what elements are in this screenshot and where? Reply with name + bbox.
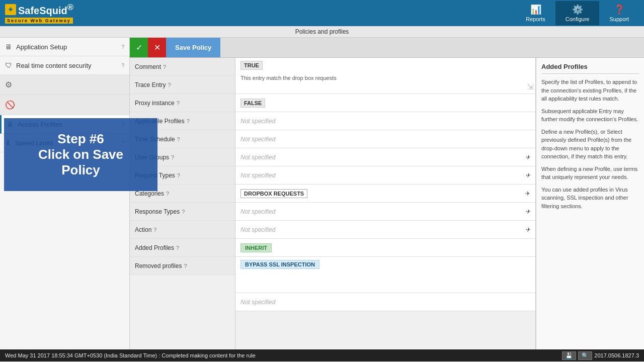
form-fields: Comment ? Trace Entry ? Proxy instance ?… bbox=[130, 58, 235, 349]
save-policy-button[interactable]: Save Policy bbox=[166, 38, 220, 57]
removed-profiles-help[interactable]: ? bbox=[184, 263, 187, 269]
logo-sup: ® bbox=[67, 3, 73, 12]
right-panel-p3: Define a new Profile(s), or Select previ… bbox=[541, 128, 639, 161]
comment-help[interactable]: ? bbox=[163, 64, 166, 70]
proxy-instance-text: Not specified bbox=[240, 118, 275, 125]
sidebar-item-real-time[interactable]: 🛡 Real time content security ? bbox=[0, 56, 129, 75]
comment-true-tag: TRUE bbox=[240, 61, 263, 70]
applicable-profiles-label: Applicable Profiles bbox=[135, 118, 185, 125]
application-setup-icon: 🖥 bbox=[5, 43, 12, 51]
nav-support-label: Support bbox=[609, 16, 629, 22]
removed-profiles-label: Removed profiles bbox=[135, 262, 182, 269]
user-groups-help[interactable]: ? bbox=[171, 154, 174, 160]
categories-arrow[interactable]: ✈ bbox=[525, 208, 530, 215]
field-removed-profiles: Removed profiles ? bbox=[130, 257, 235, 275]
sidebar-help-1[interactable]: ? bbox=[121, 63, 124, 68]
sidebar-help-4[interactable]: ? bbox=[121, 122, 124, 127]
center-content: ✓ ✕ Save Policy Comment ? Trace Entry ? bbox=[130, 38, 644, 349]
action-help[interactable]: ? bbox=[153, 227, 156, 233]
removed-profiles-text: Not specified bbox=[240, 299, 275, 306]
field-applicable-profiles: Applicable Profiles ? bbox=[130, 112, 235, 130]
field-added-profiles: Added Profiles ? bbox=[130, 239, 235, 257]
header-nav: 📊 Reports ⚙️ Configure ❓ Support bbox=[516, 1, 639, 25]
support-icon: ❓ bbox=[614, 4, 625, 15]
comment-label: Comment bbox=[135, 63, 161, 70]
sidebar-item-label-sl: Speed Limits bbox=[15, 139, 53, 147]
nav-configure[interactable]: ⚙️ Configure bbox=[555, 1, 600, 25]
logo-text: SafeSquid® bbox=[18, 3, 73, 17]
proxy-instance-help[interactable]: ? bbox=[177, 100, 180, 106]
added-profiles-label: Added Profiles bbox=[135, 244, 174, 251]
field-comment: Comment ? bbox=[130, 58, 235, 76]
request-types-arrow[interactable]: ✈ bbox=[525, 190, 530, 197]
access-profiles-icon: 🖥 bbox=[7, 120, 14, 128]
time-schedule-value: Not specified ✈ bbox=[235, 148, 535, 166]
sidebar-item-label-rt: Real time content security bbox=[16, 62, 92, 69]
response-types-label: Response Types bbox=[135, 208, 180, 215]
categories-help[interactable]: ? bbox=[166, 191, 169, 197]
x-icon: ✕ bbox=[154, 43, 160, 52]
status-save-button[interactable]: 💾 bbox=[562, 351, 576, 360]
breadcrumb: Policies and profiles bbox=[0, 26, 644, 38]
toolbar: ✓ ✕ Save Policy bbox=[130, 38, 644, 58]
removed-profiles-value: Not specified bbox=[235, 293, 535, 311]
response-types-arrow[interactable]: ✈ bbox=[525, 226, 530, 233]
applicable-profiles-help[interactable]: ? bbox=[187, 118, 190, 124]
right-panel-p5: You can use added profiles in Virus scan… bbox=[541, 186, 639, 211]
right-panel: Added Profiles Specify the list of Profi… bbox=[536, 58, 644, 349]
sidebar-help-0[interactable]: ? bbox=[121, 44, 124, 50]
field-trace-entry: Trace Entry ? bbox=[130, 76, 235, 94]
sidebar-item-application-setup[interactable]: 🖥 Application Setup ? bbox=[0, 38, 129, 56]
response-types-value: Not specified ✈ bbox=[235, 221, 535, 239]
check-icon: ✓ bbox=[136, 43, 142, 52]
sep2-icon: 🚫 bbox=[5, 100, 15, 110]
user-groups-label: User Groups bbox=[135, 154, 169, 161]
status-search-button[interactable]: 🔍 bbox=[578, 351, 592, 360]
sidebar-item-speed-limits[interactable]: ⬇ Speed Limits ? bbox=[0, 134, 129, 152]
field-categories: Categories ? bbox=[130, 185, 235, 203]
sep1-icon: ⚙ bbox=[5, 80, 12, 89]
header: ✦ SafeSquid® Secure Web Gateway 📊 Report… bbox=[0, 0, 644, 26]
logo: ✦ SafeSquid® bbox=[5, 3, 73, 17]
form-area: Comment ? Trace Entry ? Proxy instance ?… bbox=[130, 58, 644, 349]
trace-entry-label: Trace Entry bbox=[135, 81, 166, 88]
status-bar-right: 💾 🔍 2017.0506.1827.3 bbox=[562, 351, 639, 360]
request-types-help[interactable]: ? bbox=[177, 172, 180, 178]
field-time-schedule: Time Schedule ? bbox=[130, 130, 235, 148]
reports-icon: 📊 bbox=[530, 4, 541, 15]
field-request-types: Request Types ? bbox=[130, 166, 235, 185]
added-profiles-help[interactable]: ? bbox=[176, 245, 179, 251]
right-panel-p2: Subsequent applicable Entry may further … bbox=[541, 107, 639, 124]
nav-reports[interactable]: 📊 Reports bbox=[516, 1, 555, 25]
logo-icon: ✦ bbox=[5, 4, 16, 15]
action-label: Action bbox=[135, 226, 151, 233]
action-value: INHERIT bbox=[235, 239, 535, 257]
categories-label: Categories bbox=[135, 190, 164, 197]
toolbar-x[interactable]: ✕ bbox=[148, 38, 166, 57]
categories-value: Not specified ✈ bbox=[235, 203, 535, 221]
sidebar-item-label: Application Setup bbox=[16, 43, 67, 51]
nav-support[interactable]: ❓ Support bbox=[599, 1, 639, 25]
nav-reports-label: Reports bbox=[526, 16, 545, 22]
trace-entry-tag: FALSE bbox=[240, 99, 265, 108]
trace-entry-value: FALSE bbox=[235, 94, 535, 112]
applicable-profiles-text: Not specified bbox=[240, 136, 275, 143]
user-groups-arrow[interactable]: ✈ bbox=[525, 172, 530, 179]
time-schedule-help[interactable]: ? bbox=[177, 136, 180, 142]
comment-text: This entry match the drop box requests bbox=[240, 75, 337, 81]
response-types-help[interactable]: ? bbox=[182, 209, 185, 215]
categories-text: Not specified bbox=[240, 208, 275, 215]
status-text: Wed May 31 2017 18:55:34 GMT+0530 (India… bbox=[5, 352, 256, 358]
sidebar-help-5[interactable]: ? bbox=[121, 140, 124, 146]
sidebar-item-access-profiles[interactable]: 🖥 Access Profiles ? bbox=[0, 115, 129, 134]
sidebar: 🖥 Application Setup ? 🛡 Real time conten… bbox=[0, 38, 130, 349]
sidebar-item-sep1: ⚙ bbox=[0, 75, 129, 95]
right-panel-p4: When defining a new Profile, use terms t… bbox=[541, 165, 639, 182]
time-schedule-arrow[interactable]: ✈ bbox=[525, 154, 530, 161]
toolbar-check[interactable]: ✓ bbox=[130, 38, 148, 57]
response-types-text: Not specified bbox=[240, 226, 275, 233]
configure-icon: ⚙️ bbox=[572, 4, 583, 15]
trace-entry-help[interactable]: ? bbox=[168, 82, 171, 88]
version-text: 2017.0506.1827.3 bbox=[594, 352, 639, 358]
request-types-label: Request Types bbox=[135, 172, 175, 179]
